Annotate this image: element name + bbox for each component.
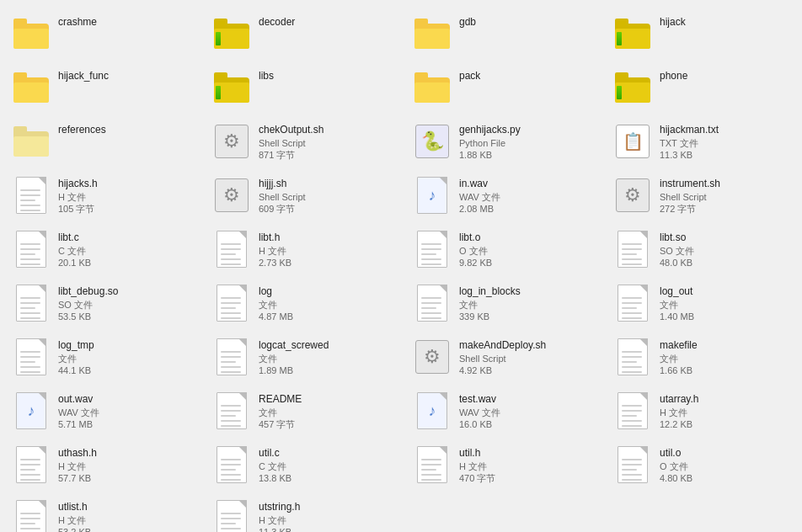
- file-name: libs: [259, 69, 274, 83]
- file-icon: [11, 121, 51, 162]
- file-info: utarray.hH 文件12.2 KB: [660, 391, 698, 430]
- file-size: 11.3 KB: [660, 149, 719, 161]
- file-size: 57.7 KB: [58, 472, 97, 484]
- file-info: gdb: [459, 13, 476, 29]
- file-type-label: Shell Script: [660, 191, 720, 203]
- list-item[interactable]: util.oO 文件4.80 KB: [606, 439, 802, 490]
- file-info: libt.hH 文件2.73 KB: [259, 229, 291, 269]
- file-name: genhijacks.py: [459, 123, 521, 137]
- file-icon: [11, 229, 51, 269]
- list-item[interactable]: log文件4.87 MB: [205, 278, 405, 328]
- file-type-label: 文件: [58, 353, 94, 364]
- file-grid: crashmedecodergdbhijackhijack_funclibspa…: [0, 0, 802, 532]
- file-size: 1.88 KB: [459, 149, 521, 161]
- file-icon: [211, 229, 252, 269]
- list-item[interactable]: libt.oO 文件9.82 KB: [405, 224, 606, 274]
- list-item[interactable]: hijack: [606, 8, 802, 59]
- file-icon: [612, 283, 653, 323]
- list-item[interactable]: references: [4, 116, 205, 167]
- file-name: hijack: [660, 15, 686, 29]
- file-icon: [612, 67, 653, 108]
- file-type-label: H 文件: [259, 514, 300, 526]
- file-info: makeAndDeploy.shShell Script4.92 KB: [459, 337, 546, 376]
- file-icon: 📋: [612, 121, 653, 162]
- list-item[interactable]: makefile文件1.66 KB: [606, 332, 802, 382]
- list-item[interactable]: utlist.hH 文件53.2 KB: [4, 493, 205, 532]
- file-info: log_out文件1.40 MB: [660, 283, 694, 322]
- file-name: decoder: [259, 15, 295, 29]
- file-name: libt.so: [660, 231, 694, 245]
- file-name: utarray.h: [660, 392, 698, 407]
- file-size: 11.3 KB: [259, 526, 300, 532]
- list-item[interactable]: utarray.hH 文件12.2 KB: [606, 386, 802, 436]
- list-item[interactable]: ♪test.wavWAV 文件16.0 KB: [405, 386, 606, 436]
- file-info: logcat_screwed文件1.89 MB: [259, 337, 329, 376]
- list-item[interactable]: pack: [405, 62, 606, 113]
- file-info: crashme: [58, 13, 97, 29]
- file-size: 4.92 KB: [459, 364, 546, 376]
- file-name: uthash.h: [58, 446, 97, 460]
- list-item[interactable]: libt.hH 文件2.73 KB: [205, 224, 405, 274]
- file-size: 871 字节: [259, 149, 323, 161]
- file-icon: ♪: [412, 175, 452, 215]
- file-size: 48.0 KB: [660, 257, 694, 269]
- file-info: hijack_func: [58, 67, 109, 83]
- file-icon: [211, 498, 252, 532]
- file-size: 13.8 KB: [259, 472, 291, 484]
- file-icon: [11, 444, 51, 485]
- file-size: 2.08 MB: [459, 203, 500, 215]
- file-name: util.h: [459, 446, 495, 460]
- file-info: log_tmp文件44.1 KB: [58, 337, 94, 376]
- file-info: util.cC 文件13.8 KB: [259, 444, 291, 484]
- file-type-label: SO 文件: [58, 299, 118, 311]
- list-item[interactable]: log_in_blocks文件339 KB: [405, 278, 606, 328]
- file-type-label: 文件: [259, 353, 329, 364]
- file-type-label: Shell Script: [259, 191, 306, 203]
- list-item[interactable]: decoder: [205, 8, 405, 59]
- list-item[interactable]: ♪out.wavWAV 文件5.71 MB: [4, 386, 205, 436]
- file-size: 105 字节: [58, 203, 98, 215]
- file-type-label: O 文件: [660, 460, 692, 472]
- file-name: hijacks.h: [58, 177, 98, 191]
- list-item[interactable]: uthash.hH 文件57.7 KB: [4, 439, 205, 490]
- list-item[interactable]: log_out文件1.40 MB: [606, 278, 802, 328]
- list-item[interactable]: log_tmp文件44.1 KB: [4, 332, 205, 382]
- list-item[interactable]: phone: [606, 62, 802, 113]
- file-info: pack: [459, 67, 480, 83]
- list-item[interactable]: util.hH 文件470 字节: [405, 439, 606, 490]
- list-item[interactable]: hijacks.hH 文件105 字节: [4, 170, 205, 221]
- list-item[interactable]: util.cC 文件13.8 KB: [205, 439, 405, 490]
- list-item[interactable]: 🐍genhijacks.pyPython File1.88 KB: [405, 116, 606, 167]
- list-item[interactable]: 📋hijackman.txtTXT 文件11.3 KB: [606, 116, 802, 167]
- list-item[interactable]: gdb: [405, 8, 606, 59]
- list-item[interactable]: hijack_func: [4, 62, 205, 113]
- file-type-label: WAV 文件: [58, 407, 99, 418]
- file-name: out.wav: [58, 392, 99, 407]
- file-type-label: TXT 文件: [660, 137, 719, 149]
- file-icon: ♪: [412, 391, 452, 431]
- list-item[interactable]: crashme: [4, 8, 205, 59]
- list-item[interactable]: ⚙hijjj.shShell Script609 字节: [205, 170, 405, 221]
- file-type-label: H 文件: [459, 460, 495, 472]
- list-item[interactable]: libs: [205, 62, 405, 113]
- list-item[interactable]: ⚙makeAndDeploy.shShell Script4.92 KB: [405, 332, 606, 382]
- file-info: chekOutput.shShell Script871 字节: [259, 121, 323, 161]
- list-item[interactable]: utstring.hH 文件11.3 KB: [205, 493, 405, 532]
- list-item[interactable]: logcat_screwed文件1.89 MB: [205, 332, 405, 382]
- file-icon: [412, 229, 452, 269]
- list-item[interactable]: ⚙chekOutput.shShell Script871 字节: [205, 116, 405, 167]
- list-item[interactable]: ♪in.wavWAV 文件2.08 MB: [405, 170, 606, 221]
- list-item[interactable]: libt_debug.soSO 文件53.5 KB: [4, 278, 205, 328]
- file-icon: [11, 498, 51, 532]
- list-item[interactable]: libt.cC 文件20.1 KB: [4, 224, 205, 274]
- file-name: in.wav: [459, 177, 500, 191]
- file-type-label: 文件: [660, 353, 698, 364]
- file-info: log文件4.87 MB: [259, 283, 293, 322]
- file-info: libt.cC 文件20.1 KB: [58, 229, 91, 269]
- file-size: 2.73 KB: [259, 257, 291, 269]
- list-item[interactable]: README文件457 字节: [205, 386, 405, 436]
- list-item[interactable]: libt.soSO 文件48.0 KB: [606, 224, 802, 274]
- file-info: utlist.hH 文件53.2 KB: [58, 498, 91, 532]
- list-item[interactable]: ⚙instrument.shShell Script272 字节: [606, 170, 802, 221]
- file-size: 5.71 MB: [58, 418, 99, 430]
